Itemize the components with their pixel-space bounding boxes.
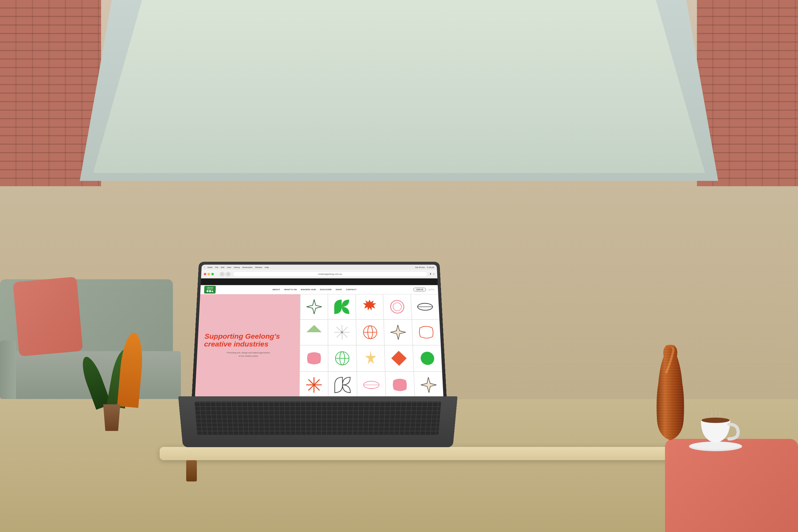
nav-shop[interactable]: SHOP — [336, 288, 342, 290]
hero-title: Supporting Geelong'screative industries — [204, 333, 293, 348]
pillow — [13, 277, 83, 357]
svg-point-6 — [391, 301, 404, 314]
hero-subtitle: Promoting arts, design and radical appro… — [204, 352, 293, 358]
svg-point-7 — [393, 303, 402, 311]
keyboard-keys — [195, 402, 441, 435]
grid-cell-1-3 — [356, 294, 384, 320]
date-display: Sat 30 Dec — [415, 266, 425, 268]
svg-point-21 — [420, 352, 434, 365]
laptop-screen:  Safari File Edit View History Bookmark… — [195, 265, 444, 398]
grid-cell-3-5 — [413, 345, 442, 372]
view-menu[interactable]: View — [227, 266, 231, 268]
facebook-icon[interactable]: f — [432, 288, 432, 291]
grid-cell-4-3 — [357, 372, 386, 398]
grid-cell-4-4 — [385, 372, 415, 398]
bookmarks-menu[interactable]: Bookmarks — [242, 266, 252, 268]
logo-text: CREATIVEGEELONG — [207, 287, 213, 290]
file-menu[interactable]: File — [215, 266, 218, 268]
edit-menu[interactable]: Edit — [221, 266, 224, 268]
grid-cell-2-3 — [356, 320, 384, 345]
grid-cell-2-5 — [412, 320, 441, 345]
grid-cell-4-1 — [300, 372, 328, 398]
history-menu[interactable]: History — [233, 266, 240, 268]
grid-cell-2-4 — [384, 320, 413, 345]
safari-menu[interactable]: Safari — [207, 266, 212, 268]
join-us-button[interactable]: JOIN US — [413, 288, 426, 291]
svg-point-5 — [701, 418, 730, 423]
window-controls — [204, 273, 214, 275]
close-button[interactable] — [204, 273, 206, 275]
grid-cell-2-2 — [328, 320, 356, 345]
url-text: creativegeelong.com.au — [318, 273, 342, 275]
logo-shape-diamond — [209, 290, 211, 292]
grid-cell-3-2 — [328, 345, 357, 372]
nav-makers-hub[interactable]: MAKERS HUB — [301, 288, 316, 290]
grid-cell-1-2 — [328, 294, 356, 320]
nav-links: ABOUT WHAT'S ON MAKERS HUB DISCOVER SHOP… — [272, 288, 357, 290]
nav-whats-on[interactable]: WHAT'S ON — [284, 288, 297, 290]
logo-shape-circle — [206, 290, 209, 292]
laptop-keyboard — [195, 402, 441, 435]
browser-toolbar: ‹ › creativegeelong.com.au ⬆ + — [201, 270, 438, 278]
forward-button[interactable]: › — [226, 271, 231, 277]
window-menu[interactable]: Window — [255, 266, 262, 268]
laptop-base — [178, 396, 457, 447]
minimize-button[interactable] — [208, 273, 210, 275]
sofa-arm — [0, 341, 16, 399]
address-bar[interactable]: creativegeelong.com.au — [233, 271, 428, 277]
new-tab-icon[interactable]: + — [433, 272, 435, 276]
macos-topbar:  Safari File Edit View History Bookmark… — [201, 265, 437, 270]
nav-right-section: JOIN US ◻ f t — [413, 288, 434, 291]
grid-cell-1-4 — [383, 294, 412, 320]
laptop-screen-bezel:  Safari File Edit View History Bookmark… — [195, 265, 444, 398]
browser-actions: ⬆ + — [429, 272, 435, 276]
grid-cell-1-5 — [411, 294, 439, 320]
help-menu[interactable]: Help — [265, 266, 269, 268]
plant-leaf — [117, 332, 145, 408]
nav-about[interactable]: ABOUT — [272, 288, 280, 290]
back-button[interactable]: ‹ — [220, 271, 225, 277]
svg-point-14 — [341, 331, 343, 333]
laptop-screen-housing:  Safari File Edit View History Bookmark… — [191, 262, 447, 402]
svg-point-2 — [666, 345, 675, 348]
social-icons: ◻ f t — [429, 288, 434, 291]
grid-cell-3-4 — [384, 345, 414, 372]
macos-menu-left:  Safari File Edit View History Bookmark… — [204, 266, 269, 268]
grid-cell-2-1 — [300, 320, 328, 345]
logo-icon-shapes — [206, 290, 214, 292]
nav-discover[interactable]: DISCOVER — [320, 288, 332, 290]
grid-cell-4-2 — [328, 372, 357, 398]
window-light — [93, 0, 705, 173]
plant-leaf — [78, 354, 111, 410]
hero-grid-panel — [299, 294, 443, 398]
grid-cell-3-3 — [357, 345, 385, 372]
twitter-icon[interactable]: t — [433, 288, 434, 291]
site-logo[interactable]: CREATIVEGEELONG — [204, 286, 216, 293]
hero-section: Supporting Geelong'screative industries … — [195, 294, 444, 398]
logo-shape-triangle — [211, 290, 214, 292]
vase — [644, 341, 702, 452]
grid-cell-3-1 — [300, 345, 328, 372]
share-icon[interactable]: ⬆ — [429, 272, 432, 276]
grid-cell-4-5 — [414, 372, 443, 398]
time-display: 5:18 pm — [427, 266, 434, 268]
laptop:  Safari File Edit View History Bookmark… — [178, 269, 457, 450]
instagram-icon[interactable]: ◻ — [429, 288, 431, 291]
chair-bottom-right — [665, 439, 798, 532]
site-navigation: CREATIVEGEELONG ABOUT WHAT'S ON MAKERS H… — [200, 285, 438, 294]
apple-menu[interactable]:  — [204, 266, 205, 268]
grid-cell-1-1 — [300, 294, 328, 320]
hero-left-panel: Supporting Geelong'screative industries … — [195, 294, 300, 398]
browser-nav-buttons: ‹ › — [220, 271, 231, 277]
table-leg-left — [186, 460, 197, 481]
fullscreen-button[interactable] — [211, 273, 214, 275]
nav-contact[interactable]: CONTACT — [346, 288, 357, 290]
macos-status-right: Sat 30 Dec 5:18 pm — [415, 266, 434, 268]
plant — [80, 327, 144, 407]
